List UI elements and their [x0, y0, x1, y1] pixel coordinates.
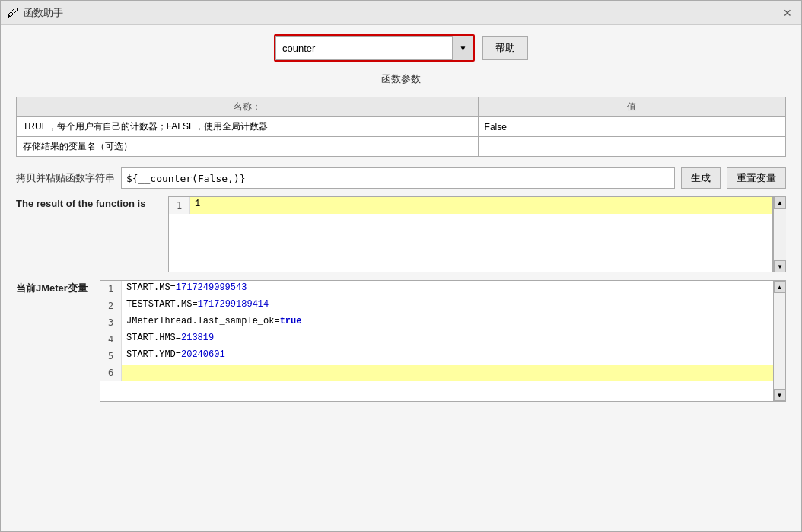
func-string-input[interactable] [121, 167, 675, 189]
line-number: 4 [100, 331, 122, 348]
reset-button[interactable]: 重置变量 [727, 167, 786, 189]
variable-line: 4START.HMS=213819 [100, 331, 785, 348]
variable-line: 5START.YMD=20240601 [100, 348, 785, 365]
line-number: 3 [100, 314, 122, 331]
col-value-header: 值 [478, 97, 785, 117]
col-name-header: 名称： [17, 97, 479, 117]
line-content: START.MS=1717249099543 [122, 281, 785, 298]
variable-line: 2TESTSTART.MS=1717299189414 [100, 298, 785, 314]
result-scrollbar[interactable]: ▲ ▼ [773, 196, 786, 272]
result-line-1: 1 1 [169, 197, 772, 214]
params-table: 名称： 值 TRUE，每个用户有自己的计数器；FALSE，使用全局计数器Fals… [16, 97, 786, 157]
variable-line: 6 [100, 365, 785, 381]
window-title: 函数助手 [24, 6, 63, 20]
var-scroll-down-icon[interactable]: ▼ [774, 389, 786, 401]
param-value-cell[interactable]: False [478, 117, 785, 137]
generate-button[interactable]: 生成 [681, 167, 721, 189]
var-key: START.MS= [126, 282, 176, 293]
line-number: 1 [100, 281, 122, 298]
result-line-content: 1 [190, 197, 772, 214]
var-key: START.YMD= [126, 349, 181, 360]
result-section: The result of the function is 1 1 ▲ ▼ [16, 196, 786, 272]
line-content [122, 365, 785, 381]
result-lines: 1 1 [168, 196, 773, 272]
variables-box: 1START.MS=17172490995432TESTSTART.MS=171… [100, 280, 786, 402]
var-value: 1717249099543 [176, 282, 247, 293]
top-row: counter ▼ 帮助 [16, 34, 786, 62]
title-bar-left: 🖊 函数助手 [7, 6, 63, 20]
func-string-label: 拷贝并粘贴函数字符串 [16, 171, 115, 185]
content-area: counter ▼ 帮助 函数参数 名称： 值 TRUE，每个用户有自己的计数器… [1, 25, 801, 531]
var-value: 1717299189414 [198, 299, 269, 310]
close-button[interactable]: ✕ [780, 5, 795, 21]
func-string-row: 拷贝并粘贴函数字符串 生成 重置变量 [16, 167, 786, 189]
line-content: START.HMS=213819 [122, 331, 785, 348]
variable-line: 1START.MS=1717249099543 [100, 281, 785, 298]
line-content: TESTSTART.MS=1717299189414 [122, 298, 785, 314]
variables-section: 当前JMeter变量 1START.MS=17172490995432TESTS… [16, 280, 786, 522]
variables-scrollbar[interactable]: ▲ ▼ [773, 280, 786, 402]
scroll-up-icon[interactable]: ▲ [774, 196, 786, 209]
result-box: 1 1 ▲ ▼ [168, 196, 786, 272]
var-value: 20240601 [181, 349, 225, 360]
variable-line: 3JMeterThread.last_sample_ok=true [100, 314, 785, 331]
param-name-cell: 存储结果的变量名（可选） [17, 137, 479, 157]
line-number: 6 [100, 365, 122, 381]
line-number: 5 [100, 348, 122, 365]
app-icon: 🖊 [7, 6, 19, 20]
help-button[interactable]: 帮助 [482, 36, 528, 60]
param-value-cell[interactable] [478, 137, 785, 157]
result-line-num: 1 [169, 197, 190, 214]
function-select-wrapper: counter ▼ [274, 34, 475, 62]
variables-label: 当前JMeter变量 [16, 280, 92, 295]
param-name-cell: TRUE，每个用户有自己的计数器；FALSE，使用全局计数器 [17, 117, 479, 137]
line-number: 2 [100, 298, 122, 314]
title-bar: 🖊 函数助手 ✕ [1, 1, 801, 25]
result-label: The result of the function is [16, 196, 161, 209]
var-value: true [280, 316, 302, 327]
scroll-down-icon[interactable]: ▼ [774, 260, 786, 272]
variables-code-lines: 1START.MS=17172490995432TESTSTART.MS=171… [100, 280, 786, 402]
var-key: START.HMS= [126, 333, 181, 343]
var-key: JMeterThread.last_sample_ok= [126, 316, 280, 327]
params-section-title: 函数参数 [16, 69, 786, 89]
main-window: 🖊 函数助手 ✕ counter ▼ 帮助 函数参数 名称： 值 TRU [0, 0, 802, 532]
var-key: TESTSTART.MS= [126, 299, 198, 310]
line-content: JMeterThread.last_sample_ok=true [122, 314, 785, 331]
line-content: START.YMD=20240601 [122, 348, 785, 365]
var-value: 213819 [181, 333, 214, 343]
function-select[interactable]: counter [275, 36, 473, 60]
var-scroll-up-icon[interactable]: ▲ [774, 281, 786, 293]
